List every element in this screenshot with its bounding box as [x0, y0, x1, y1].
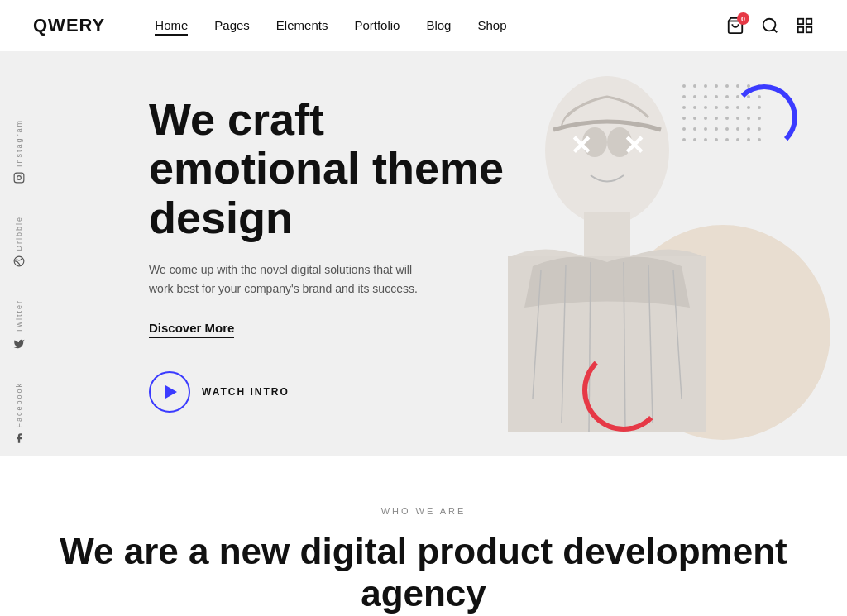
svg-rect-3 [798, 19, 803, 24]
nav-item-elements[interactable]: Elements [276, 18, 328, 33]
watch-intro-label: WATCH INTRO [202, 386, 290, 398]
play-triangle-icon [165, 385, 177, 399]
search-button[interactable] [761, 17, 779, 35]
instagram-label: Instagram [15, 119, 23, 167]
play-button[interactable] [149, 371, 190, 413]
blue-arc-decoration [731, 84, 797, 150]
who-section: WHO WE ARE We are a new digital product … [0, 456, 847, 616]
svg-rect-5 [798, 27, 803, 32]
svg-text:✕: ✕ [570, 131, 592, 160]
hero-subtitle: We come up with the novel digital soluti… [149, 260, 430, 298]
social-item-instagram[interactable]: Instagram [13, 119, 25, 186]
facebook-label: Facebook [15, 382, 23, 428]
nav-item-shop[interactable]: Shop [477, 18, 506, 33]
cart-button[interactable]: 0 [726, 17, 744, 35]
svg-line-2 [773, 29, 777, 32]
search-icon [761, 17, 779, 35]
nav-link-elements[interactable]: Elements [276, 18, 328, 32]
twitter-icon [13, 338, 25, 352]
svg-point-1 [763, 19, 776, 31]
nav-link-pages[interactable]: Pages [214, 18, 250, 32]
nav-link-shop[interactable]: Shop [477, 18, 506, 32]
svg-rect-7 [14, 173, 24, 183]
grid-menu-button[interactable] [796, 17, 814, 35]
hero-section: Instagram Dribble Twitter [0, 51, 847, 456]
nav-link-home[interactable]: Home [155, 18, 188, 36]
svg-text:✕: ✕ [623, 131, 645, 160]
svg-rect-12 [584, 212, 630, 258]
who-section-title: We are a new digital product development… [33, 531, 814, 614]
sidebar-social: Instagram Dribble Twitter [0, 109, 37, 456]
cart-badge: 0 [737, 12, 749, 25]
nav-item-pages[interactable]: Pages [214, 18, 250, 33]
instagram-icon [13, 172, 25, 186]
facebook-icon [13, 432, 25, 446]
grid-icon [796, 17, 814, 35]
svg-point-9 [21, 174, 22, 175]
svg-point-8 [17, 175, 21, 179]
social-item-dribble[interactable]: Dribble [13, 216, 25, 270]
svg-rect-4 [806, 19, 811, 24]
nav-icon-group: 0 [726, 17, 814, 35]
nav-item-portfolio[interactable]: Portfolio [354, 18, 400, 33]
red-arc-decoration [582, 349, 665, 432]
dribble-icon [13, 255, 25, 270]
section-eyebrow: WHO WE ARE [33, 506, 814, 516]
social-item-twitter[interactable]: Twitter [13, 299, 25, 352]
nav-item-home[interactable]: Home [155, 18, 188, 33]
watch-intro[interactable]: WATCH INTRO [149, 371, 513, 413]
hero-title: We craft emotional theme design [149, 95, 513, 242]
svg-point-11 [545, 76, 669, 225]
svg-rect-6 [806, 27, 811, 32]
twitter-label: Twitter [15, 299, 23, 333]
nav-link-portfolio[interactable]: Portfolio [354, 18, 400, 32]
nav-links: Home Pages Elements Portfolio Blog Shop [155, 18, 726, 33]
social-item-facebook[interactable]: Facebook [13, 382, 25, 447]
navbar: QWERY Home Pages Elements Portfolio Blog… [0, 0, 847, 51]
hero-content: We craft emotional theme design We come … [149, 95, 513, 413]
dribble-label: Dribble [15, 216, 23, 251]
discover-more-link[interactable]: Discover More [149, 321, 234, 338]
brand-logo: QWERY [33, 15, 105, 36]
nav-link-blog[interactable]: Blog [426, 18, 451, 32]
nav-item-blog[interactable]: Blog [426, 18, 451, 33]
